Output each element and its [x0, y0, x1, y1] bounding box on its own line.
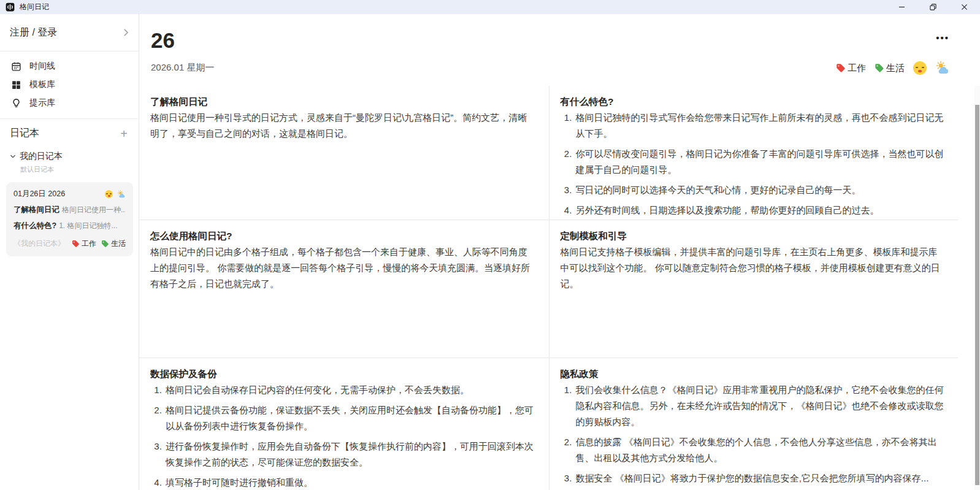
sidebar-nav: 时间线 模板库 提示库: [0, 52, 139, 119]
restore-button[interactable]: [917, 0, 949, 14]
weather-icon[interactable]: [935, 61, 950, 75]
tag-life: 生活: [101, 239, 126, 249]
entry-preview-line: 了解格间日记格间日记使用一种...: [13, 205, 126, 215]
close-button[interactable]: [949, 0, 980, 14]
sidebar-item-label: 提示库: [29, 98, 55, 109]
cell-text: 格间日记中的日记由多个格子组成，每个格子都包含一个来自于健康、事业、人际等不同角…: [150, 244, 535, 292]
sidebar-item-label: 模板库: [29, 79, 55, 90]
app-logo-icon: [6, 2, 15, 12]
login-row[interactable]: 注册 / 登录: [0, 14, 139, 52]
tag-life[interactable]: 生活: [875, 63, 905, 74]
mood-emoji-icon: [105, 190, 113, 198]
cell-text: 格间日记支持格子模板编辑，并提供丰富的问题引导库，在主页右上角更多、模板库和提示…: [561, 244, 945, 292]
grid-icon: [11, 80, 21, 90]
cell-text: 格间日记使用一种引导式的日记方式，灵感来自于“曼陀罗日记\九宫格日记”。简约文艺…: [150, 110, 535, 142]
entry-date: 01月26日 2026: [13, 189, 65, 199]
diary-section-title: 日记本: [10, 127, 39, 140]
list-item: 填写格子时可随时进行撤销和重做。: [164, 475, 535, 490]
day-number: 26: [151, 28, 175, 53]
tag-icon: [72, 240, 80, 248]
list-item: 另外还有时间线，日期选择以及搜索功能，帮助你更好的回顾自己的过去。: [575, 202, 945, 218]
diary-grid: 了解格间日记 格间日记使用一种引导式的日记方式，灵感来自于“曼陀罗日记\九宫格日…: [139, 86, 958, 490]
date-line: 2026.01 星期一: [151, 62, 214, 74]
diary-section-header: 日记本 +: [0, 119, 139, 144]
scrollbar-track[interactable]: [974, 86, 980, 490]
entry-preview-line: 有什么特色?1. 格间日记独特...: [13, 221, 126, 231]
diary-entry-card[interactable]: 01月26日 2026 了解格: [6, 182, 133, 256]
tag-work: 工作: [72, 239, 96, 249]
diary-cell-howto[interactable]: 怎么使用格间日记? 格间日记中的日记由多个格子组成，每个格子都包含一个来自于健康…: [139, 220, 549, 358]
titlebar: 格间日记: [0, 0, 980, 14]
list-item: 写日记的同时可以选择今天的天气和心情，更好的记录自己的每一天。: [575, 182, 945, 198]
list-item: 你可以尽情改变问题引导，格间日记为你准备了丰富的问题引导库可供选择，当然也可以创…: [575, 146, 945, 178]
diary-cell-intro[interactable]: 了解格间日记 格间日记使用一种引导式的日记方式，灵感来自于“曼陀罗日记\九宫格日…: [139, 86, 549, 220]
list-item: 格间日记会自动保存日记内容的任何变化，无需手动保护，不会丢失数据。: [164, 382, 535, 398]
sidebar-item-timeline[interactable]: 时间线: [0, 57, 139, 75]
list-item: 格间日记提供云备份功能，保证数据不丢失，关闭应用时还会触发【自动备份功能】，您可…: [164, 402, 535, 434]
chevron-right-icon: [120, 27, 131, 38]
list-item: 信息的披露 《格间日记》不会收集您的个人信息，不会他人分享这些信息，亦不会将其出…: [575, 434, 945, 466]
minimize-button[interactable]: [886, 0, 917, 14]
diary-page: 26 2026.01 星期一 ••• 工作 生活: [139, 14, 980, 490]
login-label: 注册 / 登录: [10, 26, 57, 39]
mood-emoji-icon[interactable]: [913, 61, 927, 75]
tag-work[interactable]: 工作: [836, 63, 866, 74]
diary-cell-backup[interactable]: 数据保护及备份 格间日记会自动保存日记内容的任何变化，无需手动保护，不会丢失数据…: [139, 358, 549, 490]
list-item: 进行备份恢复操作时，应用会先自动备份下【恢复操作执行前的内容】，可用于回滚到本次…: [164, 438, 535, 470]
list-item: 我们会收集什么信息？《格间日记》应用非常重视用户的隐私保护，它绝不会收集您的任何…: [575, 382, 945, 430]
diary-cell-custom-templates[interactable]: 定制模板和引导 格间日记支持格子模板编辑，并提供丰富的问题引导库，在主页右上角更…: [549, 220, 959, 358]
cell-list: 格间日记会自动保存日记内容的任何变化，无需手动保护，不会丢失数据。 格间日记提供…: [150, 382, 535, 490]
list-item: 格间日记独特的引导式写作会给您带来日记写作上前所未有的灵感，再也不会感到记日记无…: [575, 110, 945, 142]
sidebar-item-label: 时间线: [29, 61, 55, 72]
add-notebook-button[interactable]: +: [118, 129, 130, 139]
bulb-icon: [11, 98, 21, 109]
entry-notebook-ref: 《我的日记本》: [13, 239, 65, 249]
notebook-subtitle: 默认日记本: [0, 163, 139, 174]
diary-cell-privacy[interactable]: 隐私政策 我们会收集什么信息？《格间日记》应用非常重视用户的隐私保护，它绝不会收…: [549, 358, 959, 490]
tag-icon: [875, 63, 884, 73]
calendar-icon: [11, 61, 21, 72]
window-title: 格间日记: [20, 2, 49, 12]
tag-icon: [101, 240, 109, 248]
cell-list: 我们会收集什么信息？《格间日记》应用非常重视用户的隐私保护，它绝不会收集您的任何…: [561, 382, 945, 486]
chevron-down-icon: [9, 152, 17, 161]
tag-icon: [836, 63, 846, 73]
list-item: 数据安全 《格间日记》将致力于保护您的数据信息安全,它只会把您所填写的内容保存.…: [575, 470, 945, 486]
scrollbar-thumb[interactable]: [975, 105, 979, 485]
weather-icon: [117, 190, 126, 199]
sidebar-item-templates[interactable]: 模板库: [0, 75, 139, 94]
sidebar-item-prompts[interactable]: 提示库: [0, 94, 139, 112]
diary-cell-features[interactable]: 有什么特色? 格间日记独特的引导式写作会给您带来日记写作上前所未有的灵感，再也不…: [549, 86, 959, 220]
entry-meta-row: 工作 生活: [836, 61, 950, 75]
notebook-row[interactable]: 我的日记本: [0, 144, 139, 163]
cell-list: 格间日记独特的引导式写作会给您带来日记写作上前所未有的灵感，再也不会感到记日记无…: [561, 110, 945, 218]
sidebar: 注册 / 登录 时间线 模板库: [0, 14, 139, 490]
notebook-name: 我的日记本: [20, 151, 63, 162]
more-menu-button[interactable]: •••: [936, 33, 949, 43]
